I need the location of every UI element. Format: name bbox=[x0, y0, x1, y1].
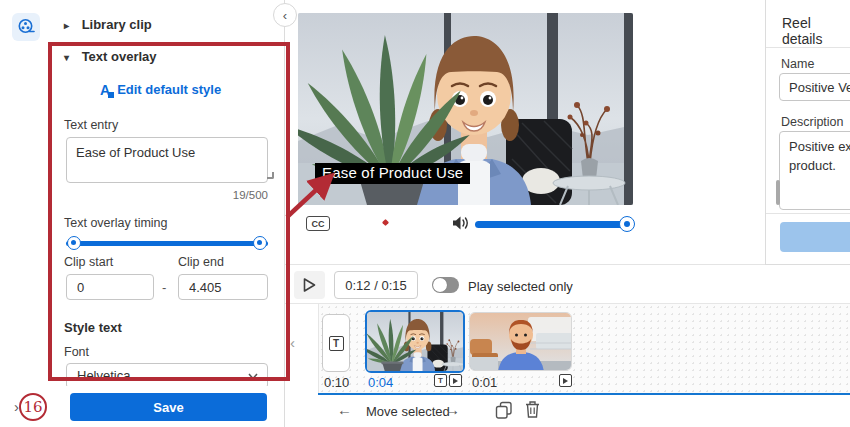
reel-app-button[interactable] bbox=[12, 13, 40, 41]
closed-captions-button[interactable]: CC bbox=[306, 216, 330, 231]
reel-action-button-disabled[interactable] bbox=[780, 222, 850, 252]
reel-details-panel: Reel details Name Description Positive e… bbox=[765, 0, 850, 265]
clip-thumbnail-yacht bbox=[470, 313, 572, 371]
move-right-button[interactable]: → bbox=[445, 401, 460, 418]
clip-end-label: Clip end bbox=[178, 255, 224, 269]
overlay-timing-slider[interactable] bbox=[66, 236, 268, 250]
timing-label: Text overlay timing bbox=[64, 216, 168, 230]
toggle-knob bbox=[433, 278, 447, 292]
chevron-down-icon bbox=[248, 373, 258, 380]
text-badge-icon: T bbox=[434, 374, 447, 387]
play-selected-toggle[interactable] bbox=[432, 277, 459, 293]
app-window: › ▸ Library clip ▾ Text overlay A Edit d… bbox=[0, 0, 850, 427]
duplicate-button[interactable] bbox=[495, 401, 513, 419]
play-badge-icon bbox=[449, 374, 462, 387]
text-overlay-label: Text overlay bbox=[82, 49, 157, 64]
timeline-bottom-line bbox=[318, 393, 850, 395]
volume-handle[interactable] bbox=[619, 216, 635, 232]
play-icon bbox=[302, 277, 317, 293]
save-button[interactable]: Save bbox=[70, 393, 267, 421]
step-number-text: 16 bbox=[23, 398, 42, 416]
clip-duration: 0:10 bbox=[324, 375, 349, 390]
text-style-icon: A bbox=[100, 83, 110, 97]
film-reel-icon bbox=[17, 18, 35, 36]
move-selected-label: Move selected bbox=[366, 404, 450, 419]
play-selected-label: Play selected only bbox=[468, 279, 573, 294]
clip-start-input[interactable] bbox=[66, 274, 154, 300]
caret-down-icon: ▾ bbox=[64, 52, 78, 63]
edit-default-style-link[interactable]: A Edit default style bbox=[100, 82, 221, 97]
clip-duration: 0:01 bbox=[472, 375, 497, 390]
play-button[interactable] bbox=[294, 271, 325, 299]
scrollbar-thumb[interactable] bbox=[776, 180, 780, 205]
name-label: Name bbox=[781, 57, 814, 71]
section-text-overlay[interactable]: ▾ Text overlay bbox=[64, 49, 157, 64]
panel-footer: Save bbox=[55, 386, 284, 427]
clip-settings-panel: ▸ Library clip ▾ Text overlay A Edit def… bbox=[55, 0, 285, 427]
font-select-value: Helvetica bbox=[77, 368, 130, 383]
volume-track[interactable] bbox=[475, 221, 623, 228]
section-library-clip[interactable]: ▸ Library clip bbox=[64, 17, 276, 45]
caret-right-icon: ▸ bbox=[64, 20, 78, 31]
clip-start-label: Clip start bbox=[64, 255, 113, 269]
slider-start-handle[interactable] bbox=[67, 236, 81, 250]
divider bbox=[766, 47, 850, 48]
time-display: 0:12 / 0:15 bbox=[334, 271, 418, 299]
edit-default-style-label: Edit default style bbox=[117, 82, 221, 97]
description-label: Description bbox=[781, 115, 844, 129]
timeline-clip-video-selected[interactable] bbox=[365, 310, 465, 373]
text-clip-icon: T bbox=[329, 336, 344, 351]
divider bbox=[766, 213, 850, 214]
reel-name-input[interactable] bbox=[779, 73, 850, 101]
reel-details-title: Reel details bbox=[782, 15, 850, 47]
volume-slider[interactable] bbox=[475, 217, 635, 231]
timeline-clip-text[interactable]: T bbox=[322, 314, 350, 372]
playhead-dot bbox=[382, 219, 389, 226]
annotation-step-number: 16 bbox=[19, 393, 47, 421]
library-clip-label: Library clip bbox=[82, 17, 152, 32]
font-label: Font bbox=[64, 345, 89, 359]
slider-end-handle[interactable] bbox=[253, 236, 267, 250]
resize-handle-icon[interactable] bbox=[267, 172, 274, 179]
style-text-heading: Style text bbox=[64, 320, 122, 335]
video-preview: Ease of Product Use bbox=[298, 13, 633, 205]
clip-end-input[interactable] bbox=[178, 274, 268, 300]
play-badge-icon bbox=[559, 374, 572, 387]
clip-thumbnail-avatar bbox=[367, 312, 463, 371]
scroll-clips-left-chevron[interactable]: ‹ bbox=[290, 334, 295, 351]
timeline-clip-video-2[interactable] bbox=[469, 312, 572, 371]
text-entry-label: Text entry bbox=[64, 118, 118, 132]
caption-overlay: Ease of Product Use bbox=[315, 163, 470, 184]
reel-description-input[interactable]: Positive expe product. bbox=[779, 131, 850, 210]
delete-button[interactable] bbox=[524, 400, 541, 419]
left-rail: › bbox=[0, 0, 55, 427]
slider-track[interactable] bbox=[66, 241, 268, 246]
text-entry-input[interactable]: Ease of Product Use bbox=[66, 137, 268, 183]
char-count: 19/500 bbox=[55, 189, 268, 201]
collapse-panel-button[interactable]: ‹ bbox=[273, 3, 297, 27]
volume-icon[interactable] bbox=[452, 215, 469, 231]
move-left-button[interactable]: ← bbox=[337, 401, 352, 418]
range-separator: - bbox=[162, 280, 166, 295]
clip-duration-selected: 0:04 bbox=[368, 375, 393, 390]
